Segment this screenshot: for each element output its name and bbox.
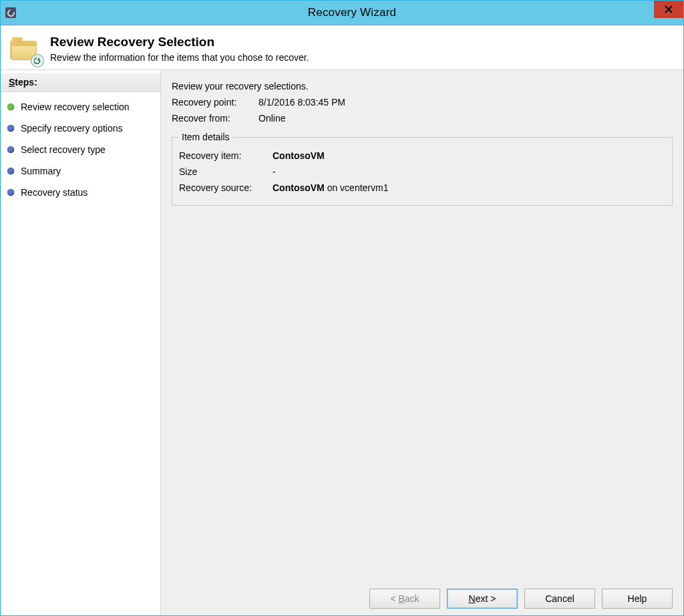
back-button[interactable]: < Back (369, 589, 440, 609)
steps-sidebar: Steps: Review recovery selection Specify… (1, 70, 161, 615)
step-summary[interactable]: Summary (1, 160, 160, 182)
steps-heading: Steps: (1, 73, 160, 92)
page-subtitle: Review the information for the items tha… (50, 52, 309, 63)
recovery-source-row: Recovery source: ContosoVM on vcentervm1 (179, 180, 665, 196)
main-panel: Review your recovery selections. Recover… (161, 70, 683, 615)
step-label: Summary (21, 166, 61, 176)
step-list: Review recovery selection Specify recove… (1, 92, 160, 203)
size-label: Size (179, 166, 273, 177)
recover-from-label: Recover from: (172, 113, 259, 124)
recovery-item-row: Recovery item: ContosoVM (179, 148, 665, 164)
recovery-point-row: Recovery point: 8/1/2016 8:03:45 PM (172, 94, 673, 110)
step-recovery-status[interactable]: Recovery status (1, 182, 160, 203)
step-label: Select recovery type (21, 144, 106, 155)
item-details-group: Item details Recovery item: ContosoVM Si… (172, 132, 673, 206)
folder-search-icon (10, 37, 41, 64)
titlebar: Recovery Wizard (1, 1, 683, 25)
size-row: Size - (179, 164, 665, 180)
recovery-point-label: Recovery point: (172, 97, 259, 108)
recovery-wizard-window: Recovery Wizard Review Recovery Selectio… (0, 0, 684, 616)
step-label: Specify recovery options (21, 123, 123, 134)
close-icon (665, 5, 673, 13)
step-specify-recovery-options[interactable]: Specify recovery options (1, 118, 160, 139)
app-icon (5, 7, 16, 18)
recovery-point-value: 8/1/2016 8:03:45 PM (259, 97, 345, 108)
page-title: Review Recovery Selection (50, 35, 309, 49)
step-label: Recovery status (21, 187, 88, 198)
step-review-recovery-selection[interactable]: Review recovery selection (1, 96, 160, 118)
size-value: - (273, 166, 276, 177)
next-button[interactable]: Next > (447, 589, 518, 609)
recover-from-row: Recover from: Online (172, 110, 673, 126)
item-details-legend: Item details (179, 132, 232, 142)
close-button[interactable] (654, 1, 683, 18)
recovery-item-label: Recovery item: (179, 150, 273, 161)
recovery-item-value: ContosoVM (273, 150, 325, 161)
wizard-button-row: < Back Next > Cancel Help (172, 582, 673, 609)
step-bullet-pending-icon (7, 146, 14, 153)
wizard-body: Steps: Review recovery selection Specify… (1, 70, 683, 615)
cancel-button[interactable]: Cancel (524, 589, 595, 609)
intro-text: Review your recovery selections. (172, 78, 673, 94)
step-select-recovery-type[interactable]: Select recovery type (1, 139, 160, 160)
recover-from-value: Online (259, 113, 285, 124)
step-bullet-pending-icon (7, 125, 14, 132)
page-header-text: Review Recovery Selection Review the inf… (50, 35, 309, 63)
step-label: Review recovery selection (21, 102, 130, 112)
recovery-source-value: ContosoVM on vcentervm1 (273, 182, 388, 193)
page-header: Review Recovery Selection Review the inf… (1, 25, 683, 70)
app-icon-wrap (1, 7, 21, 18)
help-button[interactable]: Help (602, 589, 673, 609)
step-bullet-pending-icon (7, 189, 14, 196)
step-bullet-active-icon (7, 104, 14, 110)
window-title: Recovery Wizard (21, 6, 683, 19)
recovery-source-label: Recovery source: (179, 182, 273, 193)
step-bullet-pending-icon (7, 168, 14, 174)
